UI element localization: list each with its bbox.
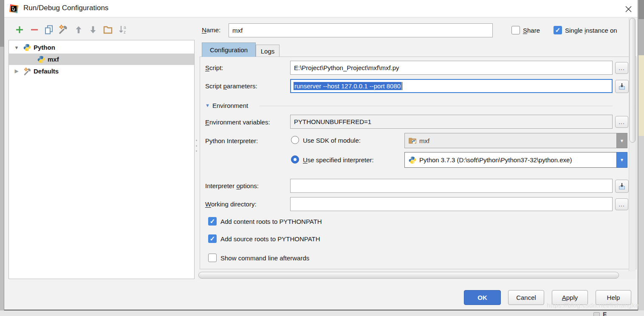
python-interpreter-label: Python Interpreter: (205, 137, 258, 144)
selected-text: runserver --host 127.0.0.1 --port 8080 (294, 82, 401, 90)
use-sdk-of-module-radio[interactable] (291, 136, 299, 144)
chevron-expanded-icon[interactable]: ▼ (14, 45, 19, 50)
background-partial-text: E (603, 311, 607, 316)
copy-button[interactable] (43, 24, 54, 35)
add-button[interactable] (14, 24, 25, 35)
environment-variables-label: Environment variables: (205, 118, 270, 126)
script-parameters-input[interactable]: runserver --host 127.0.0.1 --port 8080 (290, 79, 613, 93)
name-label: Name: (202, 26, 220, 34)
tree-item-defaults[interactable]: ▶ Defaults (9, 65, 194, 77)
interpreter-options-expand-button[interactable] (615, 180, 629, 193)
script-parameters-expand-button[interactable] (615, 80, 629, 93)
python-icon (408, 156, 417, 164)
background-right-strip (638, 19, 644, 55)
script-parameters-label: Script parameters: (205, 82, 257, 90)
environment-collapse-icon[interactable]: ▼ (205, 103, 210, 108)
tree-item-label: Defaults (34, 68, 59, 75)
watermark: https://blog.csdn.net/lishangke (547, 302, 639, 309)
environment-divider (260, 106, 613, 106)
share-checkbox[interactable] (511, 26, 520, 34)
close-icon[interactable] (623, 4, 633, 14)
working-directory-label: Working directory: (205, 200, 257, 208)
remove-icon (30, 25, 39, 34)
environment-variables-browse-button[interactable]: ... (615, 116, 628, 128)
svg-text:z: z (124, 30, 126, 34)
python-icon (37, 55, 45, 64)
add-source-roots-label: Add source roots to PYTHONPATH (220, 235, 320, 243)
background-beige-strip (638, 55, 644, 136)
module-sdk-select[interactable]: mxf ▼ (404, 133, 627, 148)
text-caret (402, 82, 402, 90)
tree-item-python[interactable]: ▼ Python (9, 41, 194, 54)
interpreter-value: Python 3.7.3 (D:\soft\Python\Python37-32… (419, 156, 572, 164)
use-specified-interpreter-label: Use specified interpreter: (303, 156, 374, 164)
folder-python-icon (408, 136, 417, 145)
svg-text:a: a (124, 25, 126, 30)
vertical-scrollbar-thumb[interactable] (630, 18, 636, 143)
remove-button[interactable] (28, 24, 40, 35)
module-sdk-value: mxf (419, 137, 429, 144)
intellij-logo-icon (9, 4, 18, 13)
tab-configuration[interactable]: Configuration (202, 42, 256, 57)
use-specified-interpreter-radio[interactable] (291, 155, 299, 164)
sort-alphabetically-button[interactable]: a z (117, 24, 129, 35)
single-instance-label: Single instance on (565, 27, 628, 34)
working-directory-browse-button[interactable]: ... (615, 198, 628, 210)
horizontal-scrollbar (198, 271, 636, 279)
copy-icon (44, 25, 54, 35)
background-left-strip (0, 0, 4, 316)
chevron-down-icon[interactable]: ▼ (616, 152, 627, 168)
ok-button[interactable]: OK (464, 290, 501, 305)
use-sdk-of-module-label: Use SDK of module: (303, 137, 361, 144)
splitter-handle[interactable] (195, 140, 198, 152)
script-label: Script: (205, 64, 223, 71)
background-bottom-strip: E (0, 310, 644, 316)
tree-item-label: Python (34, 44, 55, 51)
edit-defaults-icon (58, 24, 68, 35)
share-label: Share (523, 27, 540, 34)
expand-field-icon (618, 83, 626, 90)
cancel-button[interactable]: Cancel (508, 290, 544, 305)
vertical-scrollbar (629, 18, 636, 274)
background-partial-checkbox (593, 312, 600, 316)
background-right-strip (638, 0, 644, 19)
defaults-icon (23, 67, 31, 76)
move-up-icon (74, 25, 83, 34)
run-debug-configurations-dialog: Run/Debug Configurations (4, 0, 638, 310)
script-input[interactable] (290, 61, 613, 75)
new-folder-button[interactable] (102, 24, 113, 35)
configurations-tree: ▼ Python mxf ▶ (8, 40, 195, 279)
move-up-button[interactable] (73, 24, 84, 35)
chevron-collapsed-icon[interactable]: ▶ (14, 68, 19, 74)
tree-item-mxf[interactable]: mxf (9, 54, 194, 65)
sort-alphabetically-icon: a z (118, 24, 129, 35)
add-icon (15, 25, 24, 34)
new-folder-icon (103, 25, 113, 35)
name-input[interactable] (229, 23, 493, 37)
interpreter-options-label: Interpreter options: (205, 182, 259, 189)
add-content-roots-checkbox[interactable] (208, 217, 217, 226)
python-icon (23, 43, 31, 52)
expand-field-icon (618, 183, 626, 190)
environment-header: Environment (212, 102, 248, 109)
dialog-title: Run/Debug Configurations (23, 4, 108, 12)
show-command-line-label: Show command line afterwards (220, 254, 309, 262)
tree-item-label: mxf (48, 56, 59, 63)
interpreter-options-input[interactable] (290, 179, 613, 193)
move-down-button[interactable] (87, 24, 99, 35)
environment-variables-input[interactable] (290, 115, 613, 129)
add-source-roots-checkbox[interactable] (208, 234, 217, 243)
working-directory-input[interactable] (290, 197, 613, 211)
script-browse-button[interactable]: ... (615, 62, 628, 74)
tab-logs[interactable]: Logs (256, 45, 280, 57)
chevron-down-icon[interactable]: ▼ (616, 133, 627, 148)
show-command-line-checkbox[interactable] (208, 254, 217, 262)
interpreter-select[interactable]: Python 3.7.3 (D:\soft\Python\Python37-32… (404, 152, 627, 168)
edit-defaults-button[interactable] (57, 24, 69, 35)
background-right-strip (638, 136, 644, 310)
single-instance-checkbox[interactable] (554, 26, 562, 34)
add-content-roots-label: Add content roots to PYTHONPATH (220, 218, 322, 225)
move-down-icon (88, 25, 98, 34)
horizontal-scrollbar-thumb[interactable] (198, 272, 619, 279)
